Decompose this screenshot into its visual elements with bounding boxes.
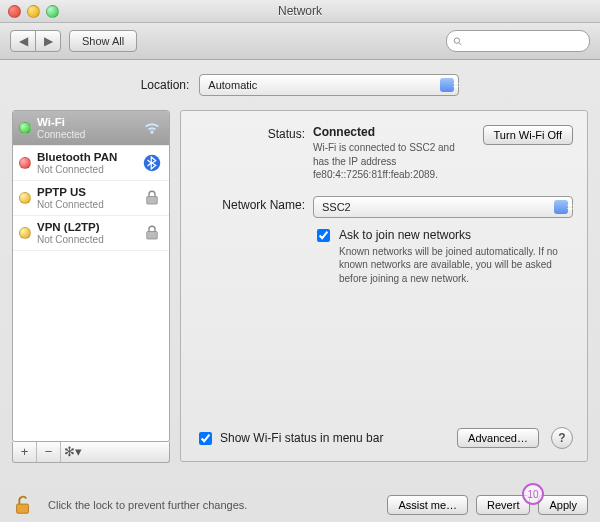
lock-icon xyxy=(141,187,163,209)
service-status: Connected xyxy=(37,129,135,140)
forward-button[interactable]: ▶ xyxy=(35,30,61,52)
back-button[interactable]: ◀ xyxy=(10,30,36,52)
titlebar: Network xyxy=(0,0,600,23)
service-name: Wi-Fi xyxy=(37,116,135,129)
status-label: Status: xyxy=(195,125,313,182)
network-name-label: Network Name: xyxy=(195,196,313,218)
show-all-button[interactable]: Show All xyxy=(69,30,137,52)
service-name: VPN (L2TP) xyxy=(37,221,135,234)
status-value: Connected xyxy=(313,125,375,139)
service-status: Not Connected xyxy=(37,234,135,245)
status-description: Wi-Fi is connected to SSC2 and has the I… xyxy=(313,141,473,182)
status-dot-icon xyxy=(19,192,31,204)
wifi-icon xyxy=(141,117,163,139)
detail-pane: Status: Connected Wi-Fi is connected to … xyxy=(180,110,588,462)
step-badge: 10 xyxy=(522,483,544,505)
svg-line-1 xyxy=(459,42,461,44)
service-status: Not Connected xyxy=(37,164,135,175)
service-row-bluetooth[interactable]: Bluetooth PAN Not Connected xyxy=(13,146,169,181)
svg-rect-4 xyxy=(147,232,158,240)
lock-hint-text: Click the lock to prevent further change… xyxy=(48,499,247,511)
unlock-icon[interactable] xyxy=(12,494,34,516)
menubar-status-checkbox[interactable] xyxy=(199,432,212,445)
service-list-footer: + − ✻▾ xyxy=(12,442,170,463)
service-row-wifi[interactable]: Wi-Fi Connected xyxy=(13,111,169,146)
network-name-popup[interactable]: SSC2 xyxy=(313,196,573,218)
service-row-pptp[interactable]: PPTP US Not Connected xyxy=(13,181,169,216)
service-name: PPTP US xyxy=(37,186,135,199)
service-name: Bluetooth PAN xyxy=(37,151,135,164)
service-row-vpn[interactable]: VPN (L2TP) Not Connected xyxy=(13,216,169,251)
apply-button[interactable]: Apply xyxy=(538,495,588,515)
search-field[interactable] xyxy=(446,30,590,52)
svg-rect-3 xyxy=(147,197,158,205)
service-list: Wi-Fi Connected Bluetooth PAN Not Connec… xyxy=(12,110,170,442)
assist-me-button[interactable]: Assist me… xyxy=(387,495,468,515)
remove-service-button[interactable]: − xyxy=(37,442,61,462)
window-title: Network xyxy=(0,4,600,18)
service-status: Not Connected xyxy=(37,199,135,210)
help-button[interactable]: ? xyxy=(551,427,573,449)
ask-join-checkbox[interactable] xyxy=(317,229,330,242)
location-row: Location: Automatic xyxy=(12,74,588,96)
location-popup[interactable]: Automatic xyxy=(199,74,459,96)
location-label: Location: xyxy=(141,78,190,92)
search-icon xyxy=(453,36,463,47)
status-dot-icon xyxy=(19,227,31,239)
footer: Click the lock to prevent further change… xyxy=(12,494,588,516)
status-dot-icon xyxy=(19,157,31,169)
network-name-value: SSC2 xyxy=(322,201,351,213)
wifi-toggle-button[interactable]: Turn Wi-Fi Off xyxy=(483,125,573,145)
svg-rect-5 xyxy=(17,504,29,513)
toolbar: ◀ ▶ Show All xyxy=(0,23,600,60)
advanced-button[interactable]: Advanced… xyxy=(457,428,539,448)
service-actions-button[interactable]: ✻▾ xyxy=(61,442,85,462)
add-service-button[interactable]: + xyxy=(13,442,37,462)
service-sidebar: Wi-Fi Connected Bluetooth PAN Not Connec… xyxy=(12,110,170,463)
svg-point-0 xyxy=(454,37,459,42)
menubar-status-label: Show Wi-Fi status in menu bar xyxy=(220,431,383,445)
search-input[interactable] xyxy=(466,34,583,48)
ask-join-label: Ask to join new networks xyxy=(339,228,569,242)
lock-icon xyxy=(141,222,163,244)
bluetooth-icon xyxy=(141,152,163,174)
location-value: Automatic xyxy=(208,79,257,91)
status-dot-icon xyxy=(19,122,31,134)
nav-segment: ◀ ▶ xyxy=(10,30,61,52)
ask-join-description: Known networks will be joined automatica… xyxy=(339,245,569,286)
